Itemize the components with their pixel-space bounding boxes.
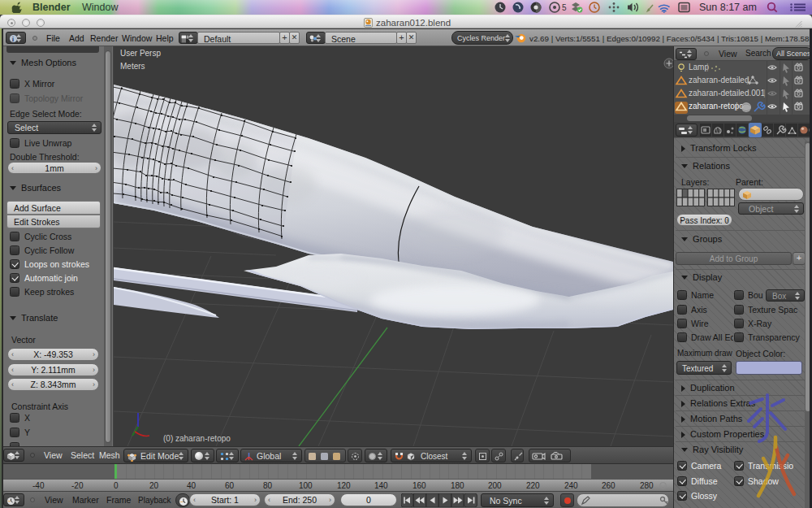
svg-text:(0) zaharan-retopo: (0) zaharan-retopo xyxy=(163,434,231,443)
svg-text:|: | xyxy=(746,76,749,85)
svg-text:User Persp: User Persp xyxy=(120,49,161,58)
svg-text:Meters: Meters xyxy=(120,62,145,71)
svg-text:zaharan-detailed: zaharan-detailed xyxy=(689,76,749,85)
svg-text:|: | xyxy=(763,89,766,98)
svg-text:5: 5 xyxy=(562,3,567,12)
svg-text:zaharan-detailed.001: zaharan-detailed.001 xyxy=(689,89,765,98)
svg-text:|: | xyxy=(706,63,709,72)
svg-text:|: | xyxy=(736,102,738,111)
